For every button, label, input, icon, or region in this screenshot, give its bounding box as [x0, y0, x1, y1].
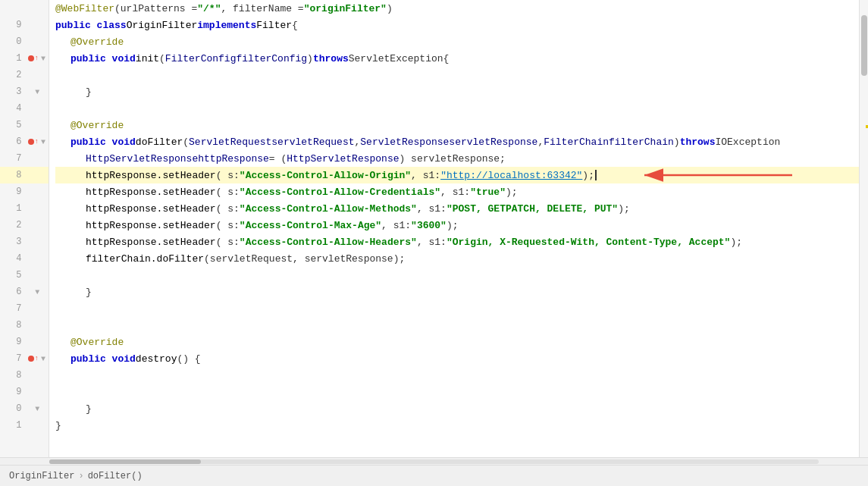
code-line: HttpServletResponse httpResponse = ( Htt…	[55, 150, 859, 167]
gutter-row: 5	[0, 267, 49, 284]
gutter-row: 4	[0, 100, 49, 117]
fold-icon[interactable]: ▼	[33, 288, 41, 296]
code-line	[55, 67, 859, 83]
breadcrumb-method: doFilter()	[88, 471, 143, 481]
param-token: filterChain	[609, 136, 674, 148]
fold-icon[interactable]: ▼	[39, 355, 47, 362]
gutter-row: 9	[0, 183, 49, 200]
line-number: 2	[0, 70, 27, 80]
string-token: "/*"	[197, 3, 221, 14]
code-token: );	[730, 237, 742, 248]
code-token: (	[159, 53, 165, 64]
code-token: ( s:	[216, 220, 240, 231]
type-token: HttpServletResponse	[287, 153, 399, 165]
gutter-row: 8	[0, 167, 49, 183]
line-number: 8	[0, 370, 27, 381]
line-number: 1	[0, 420, 27, 431]
code-area: 9 0 1 ↑ ▼ 2	[0, 0, 868, 457]
code-token: ( s:	[216, 170, 240, 181]
fold-icon[interactable]: ▼	[33, 405, 41, 412]
red-indicator	[28, 356, 34, 362]
gutter-row: 0	[0, 33, 49, 50]
code-line	[55, 317, 859, 334]
code-token: );	[582, 170, 594, 181]
gutter-row: 2	[0, 217, 49, 234]
line-number: 6	[0, 136, 27, 147]
param-token: httpResponse	[198, 153, 269, 165]
line-number: 2	[0, 220, 27, 230]
gutter-row: 0 ▼	[0, 400, 49, 417]
code-line: filterChain.doFilter (servletRequest, se…	[55, 250, 859, 267]
exception-token: ServletException	[349, 53, 443, 64]
code-line: @Override	[55, 33, 859, 50]
string-token: "Access-Control-Allow-Origin"	[240, 170, 411, 181]
code-line	[55, 267, 859, 284]
string-token: "Origin, X-Requested-With, Content-Type,…	[447, 237, 730, 248]
line-gutter: 9 0 1 ↑ ▼ 2	[0, 0, 49, 457]
fold-icon[interactable]: ▼	[39, 138, 47, 146]
fold-icon[interactable]: ▼	[39, 55, 47, 62]
horizontal-scrollbar[interactable]	[0, 457, 868, 465]
string-token: "3600"	[411, 220, 447, 231]
gutter-row: 5	[0, 117, 49, 133]
gutter-row: 9	[0, 334, 49, 350]
gutter-row: 7	[0, 150, 49, 167]
method-token: filterChain.doFilter	[86, 253, 204, 265]
annotation-token: @Override	[71, 36, 124, 48]
gutter-row: 8	[0, 367, 49, 384]
code-line: }	[55, 83, 859, 100]
code-line	[55, 300, 859, 317]
red-indicator	[28, 55, 34, 61]
editor-container: 9 0 1 ↑ ▼ 2	[0, 0, 868, 486]
code-token: () {	[177, 353, 200, 365]
up-arrow-icon: ↑	[35, 55, 39, 62]
vertical-scrollbar[interactable]	[859, 0, 868, 457]
string-token: "originFilter"	[304, 3, 387, 14]
line-number: 9	[0, 337, 27, 347]
code-line-highlighted: httpResponse.setHeader ( s: "Access-Cont…	[55, 167, 859, 183]
code-line: }	[55, 284, 859, 300]
method-token: httpResponse.setHeader	[86, 220, 216, 231]
code-token: }	[86, 287, 92, 298]
annotation-token: @Override	[71, 120, 124, 131]
code-line: public void destroy () {	[55, 350, 859, 367]
gutter-row: 3	[0, 234, 49, 250]
line-number: 4	[0, 103, 27, 114]
scrollbar-thumb[interactable]	[861, 15, 867, 76]
text-cursor	[595, 170, 597, 180]
string-token: "true"	[470, 187, 506, 198]
param-token: servletRequest	[271, 136, 354, 148]
line-number: 7	[0, 353, 27, 364]
throws-token: throws	[680, 136, 716, 148]
code-token: ,	[537, 136, 544, 148]
line-number: 5	[0, 120, 27, 130]
type-token: ServletResponse	[360, 136, 449, 148]
line-number: 1	[0, 53, 27, 64]
scrollbar-thumb[interactable]	[49, 459, 201, 464]
gutter-row: 6 ▼	[0, 284, 49, 300]
red-indicator	[28, 139, 34, 145]
gutter-row: 7	[0, 300, 49, 317]
line-icons: ▼	[27, 88, 49, 96]
type-token: FilterConfig	[165, 53, 237, 64]
gutter-row: 6 ↑ ▼	[0, 133, 49, 150]
code-content[interactable]: @WebFilter (urlPatterns = "/*" , filterN…	[49, 0, 859, 457]
code-line: public class OriginFilter implements Fil…	[55, 17, 859, 33]
code-line	[55, 100, 859, 117]
line-number: 6	[0, 287, 27, 297]
string-token: "Access-Control-Allow-Credentials"	[240, 187, 440, 198]
method-token: httpResponse.setHeader	[86, 237, 216, 248]
keyword-token: public void	[71, 136, 136, 148]
string-token: "POST, GETPATCH, DELETE, PUT"	[447, 203, 618, 215]
code-line: }	[55, 417, 859, 434]
string-token: "Access-Control-Allow-Headers"	[240, 237, 417, 248]
gutter-row: 9	[0, 17, 49, 33]
code-token: )	[674, 136, 680, 148]
fold-icon[interactable]: ▼	[33, 88, 41, 96]
code-token: n	[774, 136, 780, 148]
code-token: }	[86, 86, 92, 98]
line-number: 9	[0, 20, 27, 30]
type-token: FilterChain	[544, 136, 609, 148]
keyword-token: public void	[71, 353, 136, 365]
line-number: 7	[0, 153, 27, 164]
